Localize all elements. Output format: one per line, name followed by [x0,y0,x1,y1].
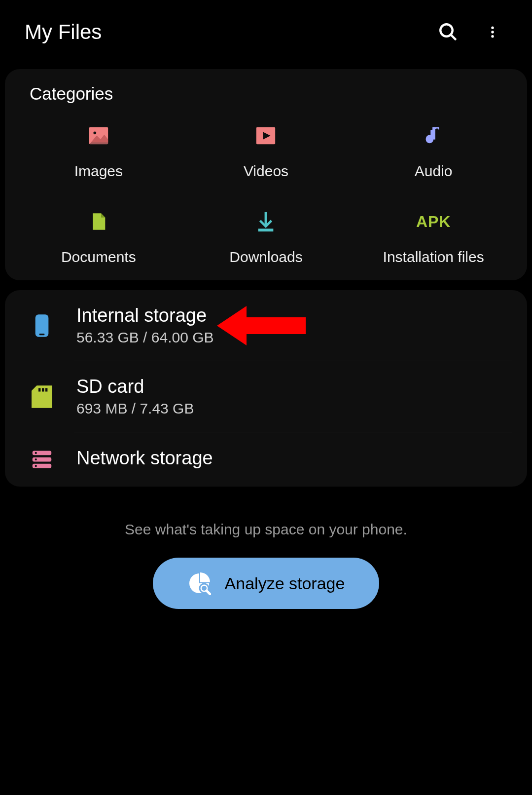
category-audio[interactable]: Audio [350,123,517,180]
svg-point-23 [35,465,37,467]
svg-point-21 [35,452,37,454]
phone-icon [30,313,54,338]
apk-icon: APK [421,209,446,234]
svg-point-2 [491,27,494,30]
sd-card-icon [30,384,54,409]
storage-title: Network storage [76,448,502,469]
storage-title: Internal storage [76,305,502,326]
svg-rect-16 [42,388,44,391]
svg-point-25 [202,586,207,591]
videos-icon [253,123,278,148]
footer-text: See what's taking up space on your phone… [10,521,522,538]
svg-line-26 [207,591,210,594]
images-icon [86,123,111,148]
svg-point-22 [35,458,37,460]
categories-title: Categories [5,84,527,123]
documents-icon [86,209,111,234]
category-label: Videos [244,163,288,180]
svg-rect-9 [432,127,435,140]
svg-rect-13 [39,334,45,335]
category-label: Installation files [383,249,484,265]
storage-sub: 693 MB / 7.43 GB [76,400,502,417]
storage-text: Internal storage 56.33 GB / 64.00 GB [76,305,502,346]
more-vert-icon [485,22,500,42]
svg-point-0 [440,24,453,37]
category-downloads[interactable]: Downloads [182,209,350,265]
downloads-icon [253,209,278,234]
svg-point-3 [491,31,494,34]
categories-card: Categories Images Videos [5,69,527,280]
storage-text: SD card 693 MB / 7.43 GB [76,376,502,417]
analyze-icon [187,571,211,595]
category-images[interactable]: Images [15,123,182,180]
analyze-label: Analyze storage [225,574,345,593]
categories-grid: Images Videos Audio [5,123,527,265]
storage-card: Internal storage 56.33 GB / 64.00 GB SD … [5,290,527,487]
category-label: Audio [415,163,453,180]
storage-network[interactable]: Network storage [5,432,527,487]
category-apk[interactable]: APK Installation files [350,209,517,265]
search-button[interactable] [433,17,463,47]
analyze-storage-button[interactable]: Analyze storage [153,558,380,609]
search-icon [438,22,459,42]
svg-point-4 [491,35,494,38]
svg-point-6 [93,131,96,134]
storage-sd[interactable]: SD card 693 MB / 7.43 GB [5,361,527,432]
svg-rect-17 [45,388,47,391]
storage-internal[interactable]: Internal storage 56.33 GB / 64.00 GB [5,290,527,361]
svg-rect-15 [38,388,40,391]
storage-title: SD card [76,376,502,397]
svg-point-8 [426,136,433,143]
audio-icon [421,123,446,148]
storage-text: Network storage [76,448,502,472]
svg-rect-12 [35,314,49,337]
category-label: Images [74,163,123,180]
svg-line-1 [451,35,456,40]
category-documents[interactable]: Documents [15,209,182,265]
category-videos[interactable]: Videos [182,123,350,180]
storage-sub: 56.33 GB / 64.00 GB [76,329,502,346]
header: My Files [0,0,532,59]
server-icon [30,447,54,472]
page-title: My Files [25,20,419,44]
footer: See what's taking up space on your phone… [0,496,532,624]
category-label: Downloads [229,249,302,265]
more-button[interactable] [478,17,507,47]
category-label: Documents [61,249,136,265]
